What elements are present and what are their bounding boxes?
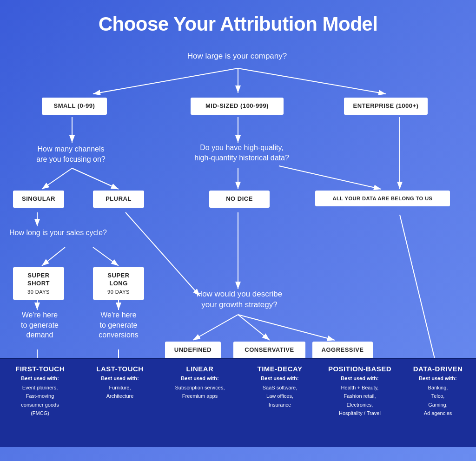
- result-data-driven-label: Best used with:: [403, 375, 473, 381]
- svg-line-25: [400, 215, 437, 368]
- result-time-decay-label: Best used with:: [243, 375, 317, 381]
- result-position-based-label: Best used with:: [323, 375, 397, 381]
- node-midsized: MID-SIZED (100-999): [191, 98, 284, 115]
- node-super-long: SUPER LONG 90 DAYS: [93, 267, 144, 300]
- svg-line-6: [72, 168, 119, 189]
- node-singular: SINGULAR: [13, 191, 64, 208]
- result-first-touch-label: Best used with:: [3, 375, 77, 381]
- question-conversions: We're hereto generateconversions: [91, 310, 146, 340]
- result-data-driven-title: DATA-DRIVEN: [403, 365, 473, 373]
- question-company-size: How large is your company?: [177, 51, 298, 62]
- node-plural: PLURAL: [93, 191, 144, 208]
- result-linear-desc: Subscription services,Freemium apps: [175, 385, 225, 399]
- result-last-touch: LAST-TOUCH Best used with: Furniture,Arc…: [80, 358, 160, 447]
- result-linear-label: Best used with:: [163, 375, 237, 381]
- node-enterprise: ENTERPRISE (1000+): [344, 98, 428, 115]
- svg-line-3: [238, 68, 386, 94]
- result-data-driven-desc: Banking,Telco,Gaming,Ad agencies: [424, 385, 452, 416]
- result-first-touch: FIRST-TOUCH Best used with: Event planne…: [0, 358, 80, 447]
- result-last-touch-label: Best used with:: [83, 375, 157, 381]
- result-position-based-desc: Health + Beauty,Fashion retail,Electroni…: [339, 385, 381, 416]
- node-undefined: UNDEFINED: [165, 342, 221, 359]
- question-sales-cycle: How long is your sales cycle?: [5, 228, 112, 238]
- question-demand: We're hereto generatedemand: [13, 310, 66, 340]
- svg-line-9: [93, 247, 119, 266]
- result-first-touch-desc: Event planners,Fast-movingconsumer goods…: [21, 385, 59, 416]
- svg-line-5: [42, 168, 72, 189]
- result-data-driven: DATA-DRIVEN Best used with: Banking,Telc…: [400, 358, 476, 447]
- result-linear: LINEAR Best used with: Subscription serv…: [160, 358, 240, 447]
- result-first-touch-title: FIRST-TOUCH: [3, 365, 77, 373]
- result-time-decay-desc: SaaS software,Law offices,Insurance: [263, 385, 298, 408]
- question-historical-data: Do you have high-quality,high-quantity h…: [186, 143, 298, 163]
- node-super-short: SUPER SHORT 30 DAYS: [13, 267, 64, 300]
- question-growth-strategy: How would you describeyour growth strate…: [184, 289, 295, 310]
- node-no-dice: NO DICE: [209, 191, 270, 208]
- result-linear-title: LINEAR: [163, 365, 237, 373]
- svg-line-17: [279, 166, 381, 189]
- result-last-touch-desc: Furniture,Architecture: [106, 385, 134, 399]
- svg-line-21: [238, 315, 335, 340]
- svg-line-1: [93, 68, 238, 94]
- svg-line-20: [238, 315, 270, 340]
- page-title: Choose Your Attribution Model: [0, 0, 476, 43]
- node-conservative: CONSERVATIVE: [233, 342, 305, 359]
- svg-line-19: [193, 315, 238, 340]
- result-time-decay-title: TIME-DECAY: [243, 365, 317, 373]
- node-small: SMALL (0-99): [42, 98, 107, 115]
- result-time-decay: TIME-DECAY Best used with: SaaS software…: [240, 358, 320, 447]
- result-position-based: POSITION-BASED Best used with: Health + …: [320, 358, 400, 447]
- result-position-based-title: POSITION-BASED: [323, 365, 397, 373]
- svg-line-8: [42, 247, 65, 266]
- result-last-touch-title: LAST-TOUCH: [83, 365, 157, 373]
- node-all-your-data: ALL YOUR DATA ARE BELONG TO US: [315, 191, 450, 206]
- node-aggressive: AGGRESSIVE: [312, 342, 373, 359]
- question-channels: How many channelsare you focusing on?: [28, 144, 114, 164]
